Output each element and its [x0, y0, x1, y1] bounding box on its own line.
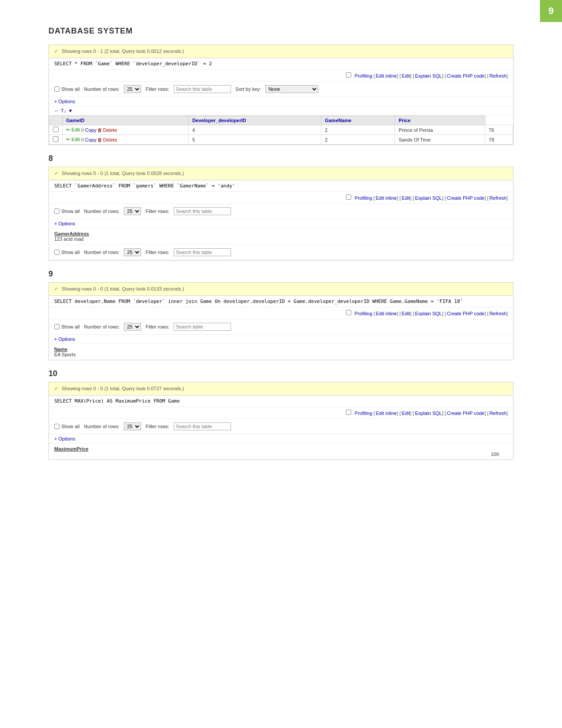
result-table-1: GameID Developer_developerID GameName Pr…: [49, 116, 513, 145]
th-price[interactable]: Price: [395, 116, 485, 125]
filter-input-9[interactable]: [174, 323, 231, 331]
show-all-checkbox-9[interactable]: [54, 324, 60, 329]
refresh-link-9[interactable]: Refresh: [489, 311, 506, 316]
show-all-checkbox-8b[interactable]: [54, 250, 60, 255]
create-php-link-10[interactable]: Create PHP code: [447, 411, 484, 416]
filter-label-8: Filter rows:: [145, 209, 169, 214]
create-php-link-9[interactable]: Create PHP code: [447, 311, 484, 316]
edit-link-10[interactable]: Edit: [402, 411, 410, 416]
query-controls-8b: Show all Number of rows: 25 Filter rows:: [49, 244, 513, 260]
profiling-checkbox-8[interactable]: [346, 194, 351, 200]
th-devid[interactable]: Developer_developerID: [189, 116, 321, 125]
filter-input-8[interactable]: [174, 207, 231, 215]
num-rows-label-8b: Number of rows:: [84, 250, 120, 255]
edit-row-btn-1b[interactable]: ✏ Edit: [66, 137, 80, 142]
sort-label-1: Sort by key:: [235, 86, 261, 92]
num-rows-label-1: Number of rows:: [84, 86, 120, 92]
show-all-checkbox-10[interactable]: [54, 424, 60, 429]
num-rows-select-9[interactable]: 25: [124, 323, 141, 331]
section-number-9: 9: [48, 269, 562, 279]
query-controls-8: Show all Number of rows: 25 Filter rows:: [49, 204, 513, 219]
copy-icon-1b: ⊞: [81, 137, 84, 142]
explain-sql-link-8[interactable]: Explain SQL: [415, 195, 442, 201]
profiling-checkbox-9[interactable]: [346, 310, 351, 315]
sort-select-1[interactable]: None: [265, 85, 318, 93]
show-all-checkbox-1[interactable]: [54, 86, 60, 92]
cell-gameid-1a: 4: [189, 125, 321, 135]
edit-inline-link-9[interactable]: Edit inline: [376, 311, 397, 316]
query-block-10: ✔ Showing rows 0 - 0 (1 total, Query too…: [48, 382, 514, 460]
refresh-link-10[interactable]: Refresh: [489, 411, 506, 416]
sql-display-9: SELECT developer.Name FROM `developer` i…: [49, 296, 513, 307]
profiling-link-1[interactable]: Profiling: [355, 73, 372, 78]
options-toggle-1[interactable]: + Options: [49, 97, 513, 106]
filter-input-1[interactable]: [174, 85, 231, 93]
options-toggle-8[interactable]: + Options: [49, 219, 513, 228]
row-check-1b: [49, 135, 63, 145]
query-stats-9: Showing rows 0 - 0 (1 total, Query took …: [62, 286, 184, 291]
explain-sql-link-1[interactable]: Explain SQL: [415, 73, 442, 78]
show-all-checkbox-8[interactable]: [54, 209, 60, 214]
result-col-header-8: GamerAddress: [54, 231, 508, 236]
explain-sql-link-9[interactable]: Explain SQL: [415, 311, 442, 316]
cell-gameid-1b: 5: [189, 135, 321, 145]
result-data-8: GamerAddress 123 acid road: [49, 228, 513, 244]
explain-sql-link-10[interactable]: Explain SQL: [415, 411, 442, 416]
delete-row-btn-1b[interactable]: Delete: [103, 137, 117, 142]
nav-row-1: ← T↓ ▼: [49, 106, 513, 116]
row-checkbox-1a[interactable]: [53, 127, 59, 132]
options-toggle-9[interactable]: + Options: [49, 335, 513, 344]
profiling-link-10[interactable]: Profiling: [355, 411, 372, 416]
result-col-value-10: 100: [54, 452, 508, 457]
copy-row-btn-1a[interactable]: Copy: [85, 127, 97, 133]
num-rows-select-8[interactable]: 25: [124, 207, 141, 215]
query-header-1: ✔ Showing rows 0 - 1 (2 total, Query too…: [49, 45, 513, 58]
edit-link-8[interactable]: Edit: [402, 195, 410, 201]
row-checkbox-1b[interactable]: [53, 136, 59, 142]
profiling-link-8[interactable]: Profiling: [355, 195, 372, 201]
create-php-link-8[interactable]: Create PHP code: [447, 195, 484, 201]
row-check-1a: [49, 125, 63, 135]
refresh-link-8[interactable]: Refresh: [489, 195, 506, 201]
edit-row-btn-1a[interactable]: ✏ Edit: [66, 127, 80, 133]
sql-display-1: SELECT * FROM `Game` WHERE `developer_de…: [49, 58, 513, 70]
nav-back-1[interactable]: ←: [54, 108, 59, 113]
copy-row-btn-1b[interactable]: Copy: [85, 137, 97, 142]
th-gameid[interactable]: GameID: [63, 116, 189, 125]
query-stats-8: Showing rows 0 - 0 (1 total, Query took …: [62, 171, 184, 176]
filter-input-10[interactable]: [174, 422, 231, 430]
filter-input-8b[interactable]: [174, 248, 231, 256]
create-php-link-1[interactable]: Create PHP code: [447, 73, 484, 78]
num-rows-select-10[interactable]: 25: [124, 422, 141, 430]
cell-price-1a: 76: [485, 125, 513, 135]
result-col-header-9: Name: [54, 347, 508, 352]
result-col-value-9: EA Sports: [54, 352, 508, 357]
query-controls-10: Show all Number of rows: 25 Filter rows:: [49, 419, 513, 434]
delete-row-btn-1a[interactable]: Delete: [103, 127, 117, 133]
show-all-label-10: Show all: [54, 424, 80, 429]
num-rows-select-1[interactable]: 25: [124, 85, 141, 93]
query-block-9: ✔ Showing rows 0 - 0 (1 total, Query too…: [48, 282, 514, 360]
edit-link-1[interactable]: Edit: [402, 73, 410, 78]
sql-text-8: SELECT `GamerAddress` FROM `gamers` WHER…: [54, 183, 235, 189]
query-block-1: ✔ Showing rows 0 - 1 (2 total, Query too…: [48, 45, 514, 145]
edit-inline-link-8[interactable]: Edit inline: [376, 195, 397, 201]
edit-link-9[interactable]: Edit: [402, 311, 410, 316]
nav-down-1[interactable]: ▼: [68, 108, 73, 113]
refresh-link-1[interactable]: Refresh: [489, 73, 506, 78]
profiling-link-9[interactable]: Profiling: [355, 311, 372, 316]
edit-inline-link-1[interactable]: Edit inline: [376, 73, 397, 78]
show-all-label-9: Show all: [54, 324, 80, 329]
options-toggle-10[interactable]: + Options: [49, 434, 513, 444]
profiling-checkbox-10[interactable]: [346, 410, 351, 415]
filter-label-8b: Filter rows:: [145, 250, 169, 255]
query-toolbar-1: Profiling [Edit inline] [Edit] [Explain …: [49, 70, 513, 82]
nav-t-1[interactable]: T↓: [61, 108, 66, 113]
section-number-10: 10: [48, 369, 562, 378]
cell-gamename-1a: Prince of Persia: [395, 125, 485, 135]
th-check-1: [49, 116, 63, 125]
th-gamename[interactable]: GameName: [321, 116, 395, 125]
edit-inline-link-10[interactable]: Edit inline: [376, 411, 397, 416]
profiling-checkbox-1[interactable]: [346, 72, 351, 78]
num-rows-select-8b[interactable]: 25: [124, 248, 141, 256]
